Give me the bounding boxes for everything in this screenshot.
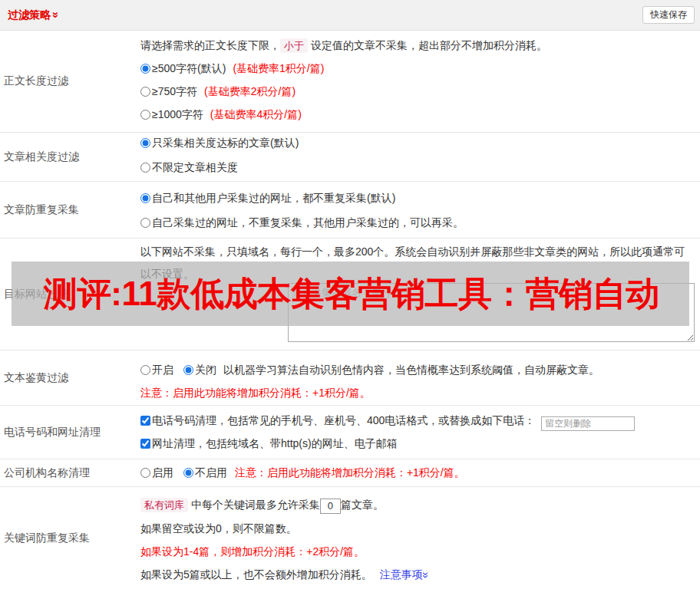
radio-company-on-input[interactable] xyxy=(140,468,150,478)
radio-dedup-all-label: 自己和其他用户采集过的网址，都不重复采集(默认) xyxy=(152,192,395,204)
radio-relevance-strict-label: 只采集相关度达标的文章(默认) xyxy=(152,137,299,149)
relevance-option-strict: 只采集相关度达标的文章(默认) xyxy=(140,130,700,155)
phone-clean-line: 电话号码清理，包括常见的手机号、座机号、400电话格式，或替换成如下电话： xyxy=(140,409,700,432)
keyword-note-unlimited: 如果留空或设为0，则不限篇数。 xyxy=(140,517,700,540)
dedup-option-all: 自己和其他用户采集过的网址，都不重复采集(默认) xyxy=(140,186,700,210)
radio-relevance-any-label: 不限定文章相关度 xyxy=(152,161,238,173)
notice-link[interactable]: 注意事项» xyxy=(380,568,429,581)
keyword-limit-mid: 中每个关键词最多允许采集 xyxy=(191,499,320,511)
radio-length-500-label: ≥500字符(默认) xyxy=(152,62,226,74)
row-label: 关键词防重复采集 xyxy=(0,487,140,589)
radio-length-750-label: ≥750字符 xyxy=(152,85,197,97)
page-header: 过滤策略» 快速保存 xyxy=(0,0,700,31)
row-label: 文章防重复采集 xyxy=(0,182,140,238)
row-content: 自己和其他用户采集过的网址，都不重复采集(默认) 自己采集过的网址，不重复采集，… xyxy=(140,182,700,238)
radio-company-off-input[interactable] xyxy=(183,468,193,478)
radio-company-off-label: 不启用 xyxy=(195,466,227,479)
dedup-option-self: 自己采集过的网址，不重复采集，其他用户采集过的，可以再采。 xyxy=(140,210,700,235)
row-phone-url-clean: 电话号码和网址清理 电话号码清理，包括常见的手机号、座机号、400电话格式，或替… xyxy=(0,406,700,459)
row-content: 启用 不启用注意：启用此功能将增加积分消耗：+1积分/篇。 xyxy=(140,459,700,486)
row-label: 公司机构名称清理 xyxy=(0,459,140,486)
length-option-750: ≥750字符(基础费率2积分/篇) xyxy=(140,80,700,103)
length-intro-pre: 请选择需求的正文长度下限， xyxy=(140,39,280,51)
radio-porn-off[interactable]: 关闭 xyxy=(183,364,216,376)
row-dedup-collect: 文章防重复采集 自己和其他用户采集过的网址，都不重复采集(默认) 自己采集过的网… xyxy=(0,182,700,239)
radio-length-1000-input[interactable] xyxy=(140,110,150,120)
radio-dedup-self[interactable]: 自己采集过的网址，不重复采集，其他用户采集过的，可以再采。 xyxy=(140,216,464,229)
quick-save-button[interactable]: 快速保存 xyxy=(642,6,695,24)
row-label: 文本鉴黄过滤 xyxy=(0,350,140,405)
filter-strategy-page: 过滤策略» 快速保存 正文长度过滤 请选择需求的正文长度下限，小于 设定值的文章… xyxy=(0,0,700,589)
checkbox-phone-clean-input[interactable] xyxy=(140,416,150,426)
radio-length-750[interactable]: ≥750字符 xyxy=(140,85,197,97)
radio-porn-on-label: 开启 xyxy=(152,364,173,376)
checkbox-url-clean[interactable]: 网址清理，包括纯域名、带http(s)的网址、电子邮箱 xyxy=(140,437,398,449)
company-clean-options: 启用 不启用注意：启用此功能将增加积分消耗：+1积分/篇。 xyxy=(140,461,700,484)
row-label: 文章相关度过滤 xyxy=(0,133,140,181)
relevance-option-any: 不限定文章相关度 xyxy=(140,155,700,179)
row-content: 请选择需求的正文长度下限，小于 设定值的文章不采集，超出部分不增加积分消耗。 ≥… xyxy=(140,31,700,132)
checkbox-phone-clean-label: 电话号码清理，包括常见的手机号、座机号、400电话格式，或替换成如下电话： xyxy=(152,414,535,426)
row-label: 正文长度过滤 xyxy=(0,31,140,132)
company-clean-note: 注意：启用此功能将增加积分消耗：+1积分/篇。 xyxy=(235,466,465,479)
porn-filter-options: 开启 关闭以机器学习算法自动识别色情内容，当色情概率达到系统阈值，自动屏蔽文章。 xyxy=(140,358,700,381)
length-option-500: ≥500字符(默认)(基础费率1积分/篇) xyxy=(140,57,700,80)
keyword-limit-line: 私有词库 中每个关键词最多允许采集篇文章。 xyxy=(140,493,700,517)
watermark-banner: 测评:11款低成本集客营销工具：营销自动 xyxy=(12,262,689,326)
page-title: 过滤策略 xyxy=(8,8,51,21)
length-intro: 请选择需求的正文长度下限，小于 设定值的文章不采集，超出部分不增加积分消耗。 xyxy=(140,34,700,58)
collapse-chevron-icon[interactable]: » xyxy=(50,12,63,18)
url-clean-line: 网址清理，包括纯域名、带http(s)的网址、电子邮箱 xyxy=(140,432,700,455)
radio-company-on-label: 启用 xyxy=(152,466,173,479)
watermark-banner-text: 测评:11款低成本集客营销工具：营销自动 xyxy=(44,271,659,317)
row-label: 电话号码和网址清理 xyxy=(0,406,140,459)
radio-company-off[interactable]: 不启用 xyxy=(183,466,227,479)
target-site-desc-line1: 以下网站不采集，只填域名，每行一个，最多200个。系统会自动识别并屏蔽那些非文章… xyxy=(140,241,698,263)
radio-company-on[interactable]: 启用 xyxy=(140,466,173,479)
length-500-fee-note: (基础费率1积分/篇) xyxy=(233,62,324,74)
length-1000-fee-note: (基础费率4积分/篇) xyxy=(210,108,302,120)
row-content: 私有词库 中每个关键词最多允许采集篇文章。 如果留空或设为0，则不限篇数。 如果… xyxy=(140,487,700,589)
row-content: 只采集相关度达标的文章(默认) 不限定文章相关度 xyxy=(140,133,700,181)
length-option-1000: ≥1000字符(基础费率4积分/篇) xyxy=(140,103,700,126)
radio-length-1000[interactable]: ≥1000字符 xyxy=(140,108,203,120)
radio-relevance-any-input[interactable] xyxy=(140,163,150,173)
radio-porn-off-input[interactable] xyxy=(183,365,193,375)
length-750-fee-note: (基础费率2积分/篇) xyxy=(204,85,296,97)
keyword-limit-end: 篇文章。 xyxy=(341,499,384,511)
radio-dedup-all[interactable]: 自己和其他用户采集过的网址，都不重复采集(默认) xyxy=(140,192,395,204)
row-relevance-filter: 文章相关度过滤 只采集相关度达标的文章(默认) 不限定文章相关度 xyxy=(0,133,700,182)
row-porn-filter: 文本鉴黄过滤 开启 关闭以机器学习算法自动识别色情内容，当色情概率达到系统阈值，… xyxy=(0,350,700,406)
keyword-note-fee: 如果设为1-4篇，则增加积分消耗：+2积分/篇。 xyxy=(140,540,700,563)
radio-porn-on[interactable]: 开启 xyxy=(140,364,173,376)
row-keyword-dedup: 关键词防重复采集 私有词库 中每个关键词最多允许采集篇文章。 如果留空或设为0，… xyxy=(0,487,700,589)
radio-porn-on-input[interactable] xyxy=(140,365,150,375)
radio-dedup-all-input[interactable] xyxy=(140,193,150,203)
row-body-length-filter: 正文长度过滤 请选择需求的正文长度下限，小于 设定值的文章不采集，超出部分不增加… xyxy=(0,31,700,133)
less-than-tag: 小于 xyxy=(280,38,308,53)
porn-filter-desc: 以机器学习算法自动识别色情内容，当色情概率达到系统阈值，自动屏蔽文章。 xyxy=(223,364,599,376)
keyword-note-five-text: 如果设为5篇或以上，也不会额外增加积分消耗。 xyxy=(140,568,372,581)
row-content: 开启 关闭以机器学习算法自动识别色情内容，当色情概率达到系统阈值，自动屏蔽文章。… xyxy=(140,350,700,405)
checkbox-url-clean-label: 网址清理，包括纯域名、带http(s)的网址、电子邮箱 xyxy=(152,437,398,449)
radio-length-500-input[interactable] xyxy=(140,64,150,74)
keyword-limit-input[interactable] xyxy=(320,499,341,514)
notice-chevron-icon: » xyxy=(414,572,438,578)
radio-length-500[interactable]: ≥500字符(默认) xyxy=(140,62,226,74)
radio-dedup-self-label: 自己采集过的网址，不重复采集，其他用户采集过的，可以再采。 xyxy=(152,216,464,229)
radio-relevance-any[interactable]: 不限定文章相关度 xyxy=(140,161,238,173)
length-intro-post: 设定值的文章不采集，超出部分不增加积分消耗。 xyxy=(311,39,547,51)
radio-length-750-input[interactable] xyxy=(140,87,150,97)
row-content: 电话号码清理，包括常见的手机号、座机号、400电话格式，或替换成如下电话： 网址… xyxy=(140,406,700,459)
keyword-note-five: 如果设为5篇或以上，也不会额外增加积分消耗。注意事项» xyxy=(140,563,700,587)
radio-relevance-strict[interactable]: 只采集相关度达标的文章(默认) xyxy=(140,137,299,149)
radio-length-1000-label: ≥1000字符 xyxy=(152,108,203,120)
radio-dedup-self-input[interactable] xyxy=(140,218,150,228)
phone-replace-input[interactable] xyxy=(541,416,635,431)
checkbox-url-clean-input[interactable] xyxy=(140,439,150,449)
checkbox-phone-clean[interactable]: 电话号码清理，包括常见的手机号、座机号、400电话格式，或替换成如下电话： xyxy=(140,414,535,426)
private-thesaurus-link[interactable]: 私有词库 xyxy=(140,498,188,512)
radio-relevance-strict-input[interactable] xyxy=(140,138,150,148)
row-company-clean: 公司机构名称清理 启用 不启用注意：启用此功能将增加积分消耗：+1积分/篇。 xyxy=(0,459,700,487)
porn-filter-note: 注意：启用此功能将增加积分消耗：+1积分/篇。 xyxy=(140,381,700,404)
